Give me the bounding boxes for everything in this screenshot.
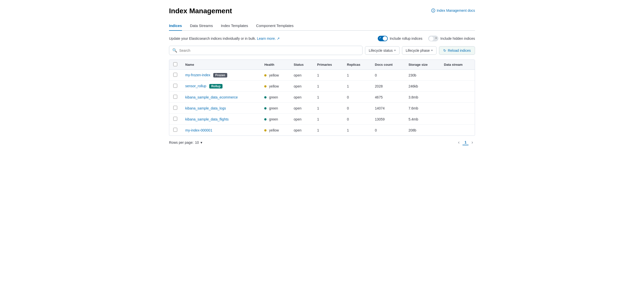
health-value: green: [269, 106, 278, 110]
tab-index-templates[interactable]: Index Templates: [221, 21, 248, 31]
row-data-stream-cell: [440, 92, 475, 103]
row-checkbox[interactable]: [173, 117, 177, 121]
row-checkbox[interactable]: [173, 106, 177, 110]
row-replicas-cell: 1: [343, 81, 371, 92]
lifecycle-status-chevron-icon: ▾: [394, 49, 396, 52]
row-primaries-cell: 1: [313, 92, 343, 103]
reload-indices-button[interactable]: ↻ Reload indices: [439, 46, 475, 55]
row-replicas-cell: 1: [343, 70, 371, 81]
tabs-nav: Indices Data Streams Index Templates Com…: [169, 21, 475, 31]
row-checkbox[interactable]: [173, 95, 177, 99]
search-box[interactable]: 🔍: [169, 46, 362, 55]
index-name-link[interactable]: my-frozen-index: [185, 73, 210, 77]
page-navigation: ‹ 1 ›: [456, 139, 475, 146]
row-docs-count-cell: 13059: [371, 114, 404, 125]
row-checkbox-cell[interactable]: [169, 81, 181, 92]
row-data-stream-cell: [440, 81, 475, 92]
row-primaries-cell: 1: [313, 103, 343, 114]
prev-page-button[interactable]: ‹: [456, 139, 462, 146]
row-name-cell: my-index-000001: [181, 125, 260, 136]
row-health-cell: green: [260, 92, 290, 103]
col-name: Name: [181, 60, 260, 70]
row-storage-size-cell: 5.4mb: [404, 114, 440, 125]
row-primaries-cell: 1: [313, 114, 343, 125]
row-health-cell: green: [260, 114, 290, 125]
row-status-cell: open: [290, 125, 313, 136]
badge-frozen: Frozen: [213, 73, 227, 78]
row-replicas-cell: 1: [343, 125, 371, 136]
select-all-header[interactable]: [169, 60, 181, 70]
row-replicas-cell: 0: [343, 92, 371, 103]
row-storage-size-cell: 230b: [404, 70, 440, 81]
health-value: green: [269, 95, 278, 99]
row-checkbox-cell[interactable]: [169, 125, 181, 136]
docs-icon: [431, 8, 435, 12]
row-name-cell: sensor_rollup Rollup: [181, 81, 260, 92]
row-checkbox-cell[interactable]: [169, 103, 181, 114]
row-checkbox[interactable]: [173, 73, 177, 77]
row-status-cell: open: [290, 81, 313, 92]
row-status-cell: open: [290, 70, 313, 81]
table-row: my-frozen-index Frozen yellow open 1 1 0…: [169, 70, 475, 81]
health-dot-icon: [264, 85, 266, 88]
row-storage-size-cell: 7.6mb: [404, 103, 440, 114]
next-page-button[interactable]: ›: [470, 139, 475, 146]
row-primaries-cell: 1: [313, 70, 343, 81]
row-checkbox[interactable]: [173, 128, 177, 132]
search-input[interactable]: [179, 48, 359, 52]
row-status-cell: open: [290, 92, 313, 103]
hidden-toggle[interactable]: [428, 36, 438, 41]
row-data-stream-cell: [440, 125, 475, 136]
row-storage-size-cell: 246kb: [404, 81, 440, 92]
rows-per-page-selector[interactable]: Rows per page: 10 ▾: [169, 140, 202, 144]
table-row: kibana_sample_data_ecommerce green open …: [169, 92, 475, 103]
col-data-stream: Data stream: [440, 60, 475, 70]
health-value: yellow: [269, 73, 279, 77]
rollup-toggle[interactable]: [378, 36, 388, 41]
index-name-link[interactable]: kibana_sample_data_logs: [185, 106, 226, 110]
badge-rollup: Rollup: [209, 84, 222, 88]
row-checkbox-cell[interactable]: [169, 70, 181, 81]
row-replicas-cell: 0: [343, 103, 371, 114]
row-checkbox-cell[interactable]: [169, 92, 181, 103]
index-name-link[interactable]: my-index-000001: [185, 128, 212, 132]
learn-more-link[interactable]: Learn more. ↗: [257, 36, 280, 40]
index-name-link[interactable]: sensor_rollup: [185, 84, 206, 88]
row-data-stream-cell: [440, 103, 475, 114]
col-storage-size: Storage size: [404, 60, 440, 70]
tab-indices[interactable]: Indices: [169, 21, 182, 31]
row-replicas-cell: 0: [343, 114, 371, 125]
health-value: yellow: [269, 128, 279, 132]
current-page: 1: [462, 140, 468, 145]
row-data-stream-cell: [440, 70, 475, 81]
health-dot-icon: [264, 118, 266, 120]
lifecycle-status-filter[interactable]: Lifecycle status ▾: [365, 46, 400, 55]
row-docs-count-cell: 14074: [371, 103, 404, 114]
table-header-row: Name Health Status Primaries Replicas: [169, 60, 475, 70]
table-row: kibana_sample_data_logs green open 1 0 1…: [169, 103, 475, 114]
row-name-cell: kibana_sample_data_flights: [181, 114, 260, 125]
reload-icon: ↻: [443, 48, 446, 52]
rollup-toggle-group: Include rollup indices: [378, 36, 422, 41]
index-name-link[interactable]: kibana_sample_data_flights: [185, 117, 229, 121]
tab-component-templates[interactable]: Component Templates: [256, 21, 294, 31]
col-health: Health: [260, 60, 290, 70]
row-name-cell: kibana_sample_data_logs: [181, 103, 260, 114]
select-all-checkbox[interactable]: [173, 62, 177, 66]
row-checkbox-cell[interactable]: [169, 114, 181, 125]
row-checkbox[interactable]: [173, 84, 177, 88]
col-replicas: Replicas: [343, 60, 371, 70]
tab-data-streams[interactable]: Data Streams: [190, 21, 213, 31]
row-name-cell: kibana_sample_data_ecommerce: [181, 92, 260, 103]
row-docs-count-cell: 2028: [371, 81, 404, 92]
row-docs-count-cell: 0: [371, 125, 404, 136]
row-primaries-cell: 1: [313, 81, 343, 92]
indices-table: Name Health Status Primaries Replicas: [169, 60, 475, 136]
toolbar: 🔍 Lifecycle status ▾ Lifecycle phase ▾ ↻…: [169, 46, 475, 55]
page-title: Index Management: [169, 7, 232, 15]
index-name-link[interactable]: kibana_sample_data_ecommerce: [185, 95, 238, 99]
row-health-cell: yellow: [260, 125, 290, 136]
docs-link[interactable]: Index Management docs: [431, 8, 475, 12]
lifecycle-phase-filter[interactable]: Lifecycle phase ▾: [402, 46, 437, 55]
col-status: Status: [290, 60, 313, 70]
